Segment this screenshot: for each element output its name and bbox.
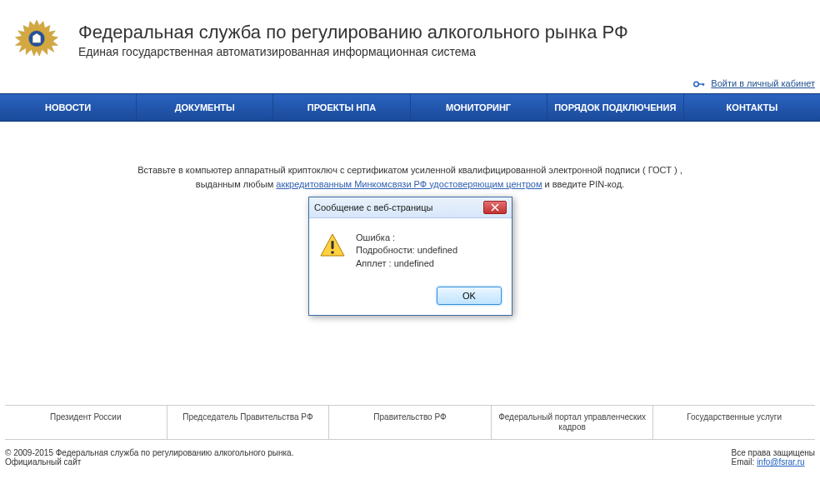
key-icon: [693, 80, 705, 88]
dialog-ok-button[interactable]: OK: [437, 287, 502, 305]
nav-connection-order[interactable]: ПОРЯДОК ПОДКЛЮЧЕНИЯ: [548, 94, 684, 121]
dialog-titlebar[interactable]: Сообщение с веб-страницы: [309, 197, 512, 218]
site-subtitle: Единая государственная автоматизированна…: [78, 45, 628, 58]
dialog-msg-line1: Ошибка :: [356, 232, 458, 244]
dialog-body: Ошибка : Подробности: undefined Апплет :…: [309, 218, 512, 280]
dialog-msg-line3: Апплет : undefined: [356, 257, 458, 270]
dialog-close-button[interactable]: [483, 201, 507, 214]
footer-link-president[interactable]: Президент России: [5, 406, 168, 439]
instr-line2-pre: выданным любым: [196, 179, 276, 189]
svg-point-5: [331, 251, 334, 254]
nav-npa-projects[interactable]: ПРОЕКТЫ НПА: [273, 94, 410, 121]
svg-rect-3: [702, 83, 703, 86]
footer-link-government[interactable]: Правительство РФ: [329, 406, 492, 439]
page-header: Федеральная служба по регулированию алко…: [0, 0, 820, 77]
footer-link-pm[interactable]: Председатель Правительства РФ: [168, 406, 330, 439]
warning-icon: [319, 232, 346, 258]
close-icon: [491, 203, 499, 212]
rights-text: Все права защищены: [732, 448, 815, 457]
error-dialog: Сообщение с веб-страницы Ошибка : Подроб…: [308, 197, 512, 316]
dialog-msg-line2: Подробности: undefined: [356, 244, 458, 257]
instr-line2-post: и введите PIN-код.: [542, 179, 624, 189]
site-title: Федеральная служба по регулированию алко…: [78, 22, 628, 43]
email-link[interactable]: info@fsrar.ru: [757, 457, 804, 467]
agency-emblem-icon: [3, 7, 70, 73]
main-nav: НОВОСТИ ДОКУМЕНТЫ ПРОЕКТЫ НПА МОНИТОРИНГ…: [0, 93, 820, 122]
official-site-text: Официальный сайт: [5, 457, 293, 467]
nav-news[interactable]: НОВОСТИ: [0, 94, 137, 121]
rights-block: Все права защищены Email: info@fsrar.ru: [732, 448, 815, 467]
header-titles: Федеральная служба по регулированию алко…: [78, 22, 628, 58]
nav-documents[interactable]: ДОКУМЕНТЫ: [137, 94, 273, 121]
copyright-text: © 2009-2015 Федеральная служба по регули…: [5, 448, 293, 457]
footer-link-gosuslugi[interactable]: Государственные услуги: [653, 406, 815, 439]
nav-contacts[interactable]: КОНТАКТЫ: [684, 94, 820, 121]
login-row: Войти в личный кабинет: [0, 77, 820, 93]
email-label: Email:: [732, 457, 758, 467]
dialog-message: Ошибка : Подробности: undefined Апплет :…: [356, 232, 458, 270]
footer-link-hr-portal[interactable]: Федеральный портал управленческих кадров: [492, 406, 654, 439]
dialog-title: Сообщение с веб-страницы: [314, 202, 432, 212]
svg-rect-4: [332, 241, 334, 249]
nav-monitoring[interactable]: МОНИТОРИНГ: [411, 94, 548, 121]
accredited-center-link[interactable]: аккредитованным Минкомсвязи РФ удостовер…: [276, 179, 542, 189]
svg-point-1: [694, 82, 699, 87]
instruction-text: Вставьте в компьютер аппаратный криптокл…: [17, 163, 803, 191]
footer-links-bar: Президент России Председатель Правительс…: [5, 405, 815, 440]
bottom-bar: © 2009-2015 Федеральная служба по регули…: [0, 440, 820, 475]
instr-line1: Вставьте в компьютер аппаратный криптокл…: [138, 165, 682, 175]
login-link[interactable]: Войти в личный кабинет: [711, 78, 815, 88]
dialog-footer: OK: [309, 280, 512, 315]
email-row: Email: info@fsrar.ru: [732, 457, 815, 467]
copyright-block: © 2009-2015 Федеральная служба по регули…: [5, 448, 293, 467]
